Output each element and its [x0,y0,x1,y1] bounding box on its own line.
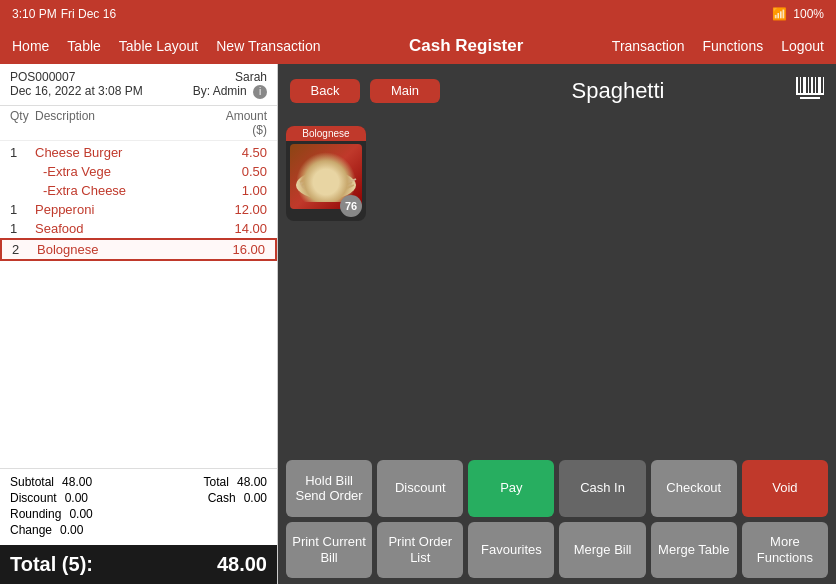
main-button[interactable]: Main [370,79,440,103]
change-value: 0.00 [60,523,83,537]
cash-value: 0.00 [244,491,267,505]
svg-point-16 [326,166,334,174]
order-items: 1 Cheese Burger 4.50 -Extra Vege 0.50 -E… [0,141,277,468]
grand-total-value: 48.00 [217,553,267,576]
subtotal-label: Subtotal [10,475,54,489]
cash-label: Cash [208,491,236,505]
svg-rect-7 [823,77,824,95]
order-item-extra-vege[interactable]: -Extra Vege 0.50 [0,162,277,181]
info-icon[interactable]: i [253,85,267,99]
svg-rect-5 [815,77,816,95]
discount-value: 0.00 [65,491,88,505]
svg-point-11 [300,172,352,194]
nav-bar: Home Table Table Layout New Transaction … [0,28,836,64]
time: 3:10 PM [12,7,57,21]
order-columns: Qty Description Amount ($) [0,106,277,141]
food-card-label: Bolognese [286,126,366,141]
nav-table[interactable]: Table [67,38,100,54]
change-label: Change [10,523,52,537]
order-item-pepperoni[interactable]: 1 Pepperoni 12.00 [0,200,277,219]
merge-table-button[interactable]: Merge Table [651,522,737,579]
svg-rect-0 [796,77,798,95]
rounding-value: 0.00 [69,507,92,521]
main-content: POS000007 Dec 16, 2022 at 3:08 PM Sarah … [0,64,836,584]
cash-in-button[interactable]: Cash In [559,460,645,517]
bottom-buttons: Hold Bill Send Order Discount Pay Cash I… [278,454,836,584]
rounding-label: Rounding [10,507,61,521]
grand-total: Total (5): 48.00 [0,545,277,584]
svg-point-12 [310,165,342,185]
order-by: By: Admin i [193,84,267,99]
nav-functions[interactable]: Functions [702,38,763,54]
svg-point-14 [324,171,336,181]
discount-button[interactable]: Discount [377,460,463,517]
total-label: Total [204,475,229,489]
more-functions-button[interactable]: More Functions [742,522,828,579]
back-button[interactable]: Back [290,79,360,103]
food-card-bolognese[interactable]: Bolognese [286,126,366,221]
svg-rect-9 [796,93,824,95]
favourites-button[interactable]: Favourites [468,522,554,579]
svg-point-13 [314,167,330,179]
food-card-badge: 76 [340,195,362,217]
pay-button[interactable]: Pay [468,460,554,517]
date: Fri Dec 16 [61,7,116,21]
nav-home[interactable]: Home [12,38,49,54]
svg-rect-2 [803,77,806,95]
top-bar: 3:10 PM Fri Dec 16 📶 100% [0,0,836,28]
wifi-icon: 📶 [772,7,787,21]
order-header-left: POS000007 Dec 16, 2022 at 3:08 PM [10,70,143,98]
order-item-bolognese[interactable]: 2 Bolognese 16.00 [0,238,277,261]
order-item-seafood[interactable]: 1 Seafood 14.00 [0,219,277,238]
svg-point-17 [322,173,330,181]
item-grid: Bolognese [278,118,836,454]
totals-row-3: Rounding 0.00 [10,507,267,521]
svg-point-15 [315,167,325,177]
void-button[interactable]: Void [742,460,828,517]
order-item-cheese-burger[interactable]: 1 Cheese Burger 4.50 [0,143,277,162]
subtotal-value: 48.00 [62,475,92,489]
col-amount-header: Amount ($) [212,109,267,137]
svg-rect-1 [800,77,801,95]
total-value: 48.00 [237,475,267,489]
print-current-bill-button[interactable]: Print Current Bill [286,522,372,579]
svg-point-10 [296,171,356,199]
order-item-extra-cheese[interactable]: -Extra Cheese 1.00 [0,181,277,200]
col-qty-header: Qty [10,109,35,137]
top-bar-right: 📶 100% [772,7,824,21]
checkout-button[interactable]: Checkout [651,460,737,517]
print-order-list-button[interactable]: Print Order List [377,522,463,579]
selected-item-name: Spaghetti [450,78,786,104]
nav-right: Transaction Functions Logout [612,38,824,54]
nav-new-transaction[interactable]: New Transaction [216,38,320,54]
col-desc-header: Description [35,109,212,137]
svg-rect-6 [818,77,821,95]
totals-row-4: Change 0.00 [10,523,267,537]
top-bar-left: 3:10 PM Fri Dec 16 [12,7,116,21]
nav-table-layout[interactable]: Table Layout [119,38,198,54]
order-header: POS000007 Dec 16, 2022 at 3:08 PM Sarah … [0,64,277,106]
left-panel: POS000007 Dec 16, 2022 at 3:08 PM Sarah … [0,64,278,584]
pos-number: POS000007 [10,70,143,84]
nav-left: Home Table Table Layout New Transaction [12,38,321,54]
totals-row-2: Discount 0.00 Cash 0.00 [10,491,267,505]
right-top: Back Main Spaghetti [278,64,836,118]
barcode-icon[interactable] [796,77,824,105]
grand-total-label: Total (5): [10,553,93,576]
nav-logout[interactable]: Logout [781,38,824,54]
staff-name: Sarah [193,70,267,84]
order-date: Dec 16, 2022 at 3:08 PM [10,84,143,98]
svg-rect-3 [808,77,809,95]
order-totals: Subtotal 48.00 Total 48.00 Discount 0.00… [0,468,277,545]
discount-label: Discount [10,491,57,505]
totals-row-1: Subtotal 48.00 Total 48.00 [10,475,267,489]
right-panel: Back Main Spaghetti [278,64,836,584]
svg-rect-4 [811,77,813,95]
hold-bill-button[interactable]: Hold Bill Send Order [286,460,372,517]
order-header-right: Sarah By: Admin i [193,70,267,99]
battery: 100% [793,7,824,21]
svg-rect-8 [800,97,820,99]
nav-transaction[interactable]: Transaction [612,38,685,54]
merge-bill-button[interactable]: Merge Bill [559,522,645,579]
nav-title: Cash Register [409,36,523,56]
